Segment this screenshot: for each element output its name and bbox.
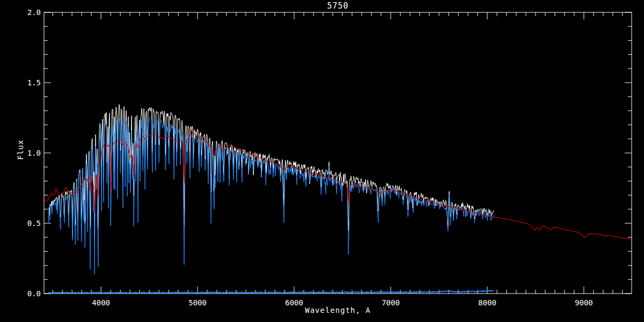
error-spectrum-line (48, 290, 494, 293)
y-tick-label: 1.5 (27, 78, 41, 87)
spectrum-plot: 4000500060007000800090000.00.51.01.52.0 (0, 0, 644, 322)
spectrum-figure: 4000500060007000800090000.00.51.01.52.0 … (0, 0, 644, 322)
y-tick-label: 1.0 (27, 149, 41, 157)
y-tick-label: 0.0 (27, 289, 41, 298)
x-axis-label: Wavelength, A (44, 306, 632, 314)
plot-title: 5750 (44, 1, 632, 11)
y-axis-label: Flux (16, 134, 25, 166)
observed-spectrum-line (48, 118, 494, 274)
y-tick-label: 2.0 (27, 8, 41, 17)
y-tick-label: 0.5 (27, 219, 41, 228)
